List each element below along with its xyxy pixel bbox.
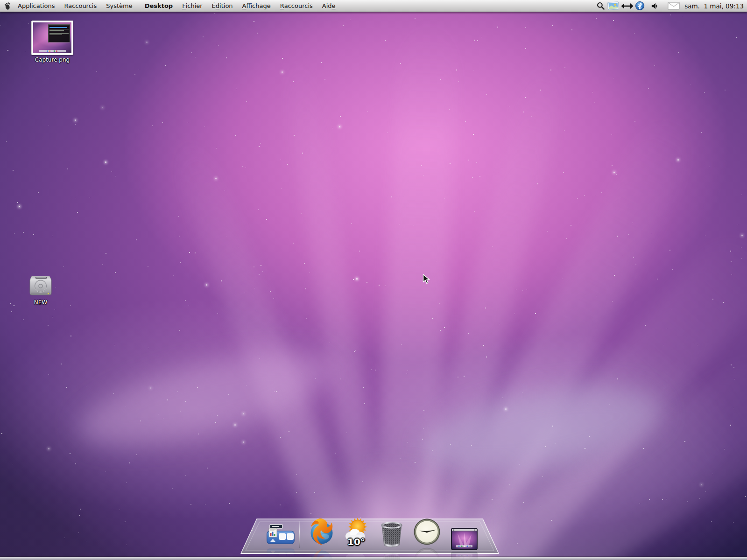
menu-appname-desktop[interactable]: Desktop (140, 0, 177, 12)
desktop-icon-capture-png[interactable]: Capture.png (24, 21, 80, 63)
weather-temperature: 10° (341, 536, 371, 547)
gnome-foot-icon[interactable] (0, 0, 13, 12)
dock-item-trash[interactable] (379, 520, 404, 549)
desktop-icon-new-drive[interactable]: NEW (13, 273, 69, 306)
menubar-left: Applications Raccourcis Système Desktop … (0, 0, 340, 12)
thumbnail-terminal-window (48, 24, 70, 42)
image-thumbnail (31, 21, 73, 55)
menu-applications[interactable]: Applications (13, 0, 59, 12)
volume-icon[interactable] (649, 0, 660, 12)
dock-item-weather[interactable]: 10° (341, 516, 371, 546)
firefox-icon (307, 517, 337, 546)
dock-item-window-switcher[interactable] (267, 524, 295, 546)
menubar-clock[interactable]: sam. 1 mai, 09:13 (681, 2, 745, 10)
dock-item-firefox[interactable] (307, 517, 337, 546)
menu-systeme[interactable]: Système (101, 0, 137, 12)
menu-aide[interactable]: Aide (317, 0, 340, 12)
top-menubar: Applications Raccourcis Système Desktop … (0, 0, 747, 12)
dock-separator (299, 521, 300, 548)
dock-bottom-bar (0, 557, 747, 560)
trash-icon (379, 520, 404, 549)
network-arrows-icon[interactable] (620, 0, 634, 12)
search-icon[interactable] (595, 0, 606, 12)
dock-item-desktop-preview[interactable] (451, 528, 478, 550)
desktop-wallpaper (0, 0, 747, 560)
menu-edition[interactable]: Édition (207, 0, 238, 12)
window-switcher-icon (267, 524, 295, 546)
hard-drive-icon (27, 273, 54, 298)
analog-clock-icon (413, 518, 441, 546)
desktop-preview-icon (451, 528, 478, 550)
desktop-icon-label: NEW (34, 300, 47, 306)
mail-icon[interactable] (667, 0, 681, 12)
menu-raccourcis-panel[interactable]: Raccourcis (59, 0, 101, 12)
starfield (0, 0, 747, 560)
menu-raccourcis-app[interactable]: Raccourcis (275, 0, 317, 12)
image-viewer-icon[interactable] (606, 0, 620, 12)
desktop-icon-label: Capture.png (35, 57, 70, 63)
dock-item-clock[interactable] (413, 518, 441, 546)
menu-affichage[interactable]: Affichage (238, 0, 275, 12)
menu-fichier[interactable]: Fichier (177, 0, 207, 12)
thumbnail-dock (39, 50, 65, 52)
menubar-tray: sam. 1 mai, 09:13 (595, 0, 747, 12)
bluetooth-icon[interactable] (634, 0, 645, 12)
